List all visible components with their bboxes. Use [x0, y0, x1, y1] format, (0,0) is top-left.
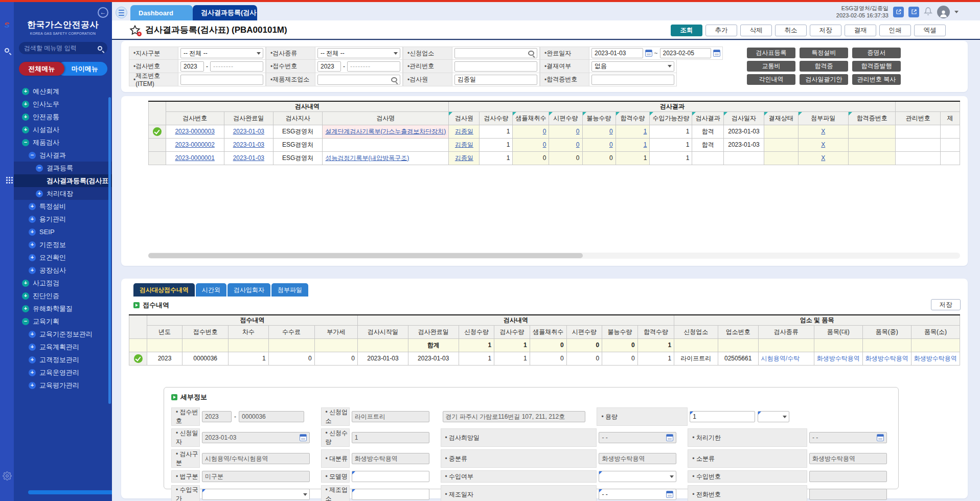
chevron-down-icon[interactable] [954, 11, 959, 13]
calendar-icon[interactable] [666, 434, 673, 441]
text-input[interactable]: 화생방수탁용역 [352, 453, 429, 464]
cell-검사완료일[interactable]: 2023-01-03 [224, 125, 273, 138]
plus-icon[interactable]: + [22, 280, 29, 287]
cell-검사원[interactable]: 김종일 [449, 125, 480, 138]
plus-icon[interactable]: + [29, 356, 36, 363]
text-input[interactable] [809, 471, 887, 482]
search-icon[interactable] [0, 48, 14, 53]
cell-불능수량[interactable]: 0 [582, 138, 616, 151]
sidebar-collapse-icon[interactable]: ← [98, 7, 108, 18]
column-header-샘플채취수[interactable]: 샘플채취수 [513, 111, 549, 125]
hamburger-menu-icon[interactable] [116, 7, 127, 18]
sidebar-item[interactable]: +교육계획관리 [14, 340, 112, 353]
column-header-년도[interactable]: 년도 [147, 325, 183, 338]
column-header-신청수량[interactable]: 신청수량 [459, 325, 494, 338]
row-selector[interactable] [129, 352, 147, 365]
search-icon[interactable] [528, 51, 534, 56]
filter-input[interactable] [454, 61, 537, 72]
sidebar-item[interactable]: −결과등록 [14, 162, 112, 174]
filter-input[interactable] [317, 75, 400, 85]
cell-link[interactable]: 0 [576, 141, 580, 148]
sidebar-horizontal-scrollbar[interactable] [28, 490, 112, 494]
date-input[interactable]: - - [809, 432, 887, 443]
menu-search-input[interactable]: 검색할 메뉴명 입력 [19, 42, 107, 54]
calendar-icon[interactable] [300, 434, 307, 441]
calendar-icon[interactable] [666, 491, 673, 498]
sidebar-item[interactable]: +안전공통 [14, 110, 112, 123]
sidebar-item[interactable]: +처리대장 [14, 187, 112, 200]
action-button-각인내역[interactable]: 각인내역 [747, 74, 795, 85]
cell-link[interactable]: 1 [644, 128, 647, 135]
cell-검사원[interactable]: 김종일 [449, 151, 480, 165]
number-input[interactable]: -------- [347, 61, 400, 72]
plus-icon[interactable]: + [29, 203, 36, 210]
sidebar-item[interactable]: +유해화학물질 [14, 302, 112, 315]
column-header-업소번호[interactable]: 업소번호 [718, 325, 758, 338]
plus-icon[interactable]: + [29, 344, 36, 351]
sidebar-item[interactable]: +인사노무 [14, 98, 112, 110]
sidebar-item[interactable]: −교육기획 [14, 315, 112, 328]
cell-시편수량[interactable]: 0 [549, 125, 582, 138]
row-selector[interactable] [149, 151, 166, 165]
column-header-검사명[interactable]: 검사명 [323, 111, 449, 125]
detail-tab-검사대상접수내역[interactable]: 검사대상접수내역 [133, 283, 195, 297]
cell-link[interactable]: X [821, 128, 825, 135]
action-button-합격증[interactable]: 합격증 [800, 61, 848, 72]
cell-link[interactable]: 2023-01-03 [233, 154, 264, 162]
plus-icon[interactable]: + [22, 113, 29, 121]
cell-link[interactable]: X [821, 141, 825, 148]
cell-link[interactable]: X [821, 154, 825, 162]
action-button-검사일괄기안[interactable]: 검사일괄기안 [800, 74, 848, 85]
calendar-icon[interactable] [877, 434, 884, 441]
text-input[interactable] [809, 489, 887, 500]
cell-link[interactable]: 0 [609, 141, 613, 148]
cell-검사번호[interactable]: 2023-0000003 [166, 125, 224, 138]
column-header-수입가능잔량[interactable]: 수입가능잔량 [650, 111, 692, 125]
column-header-검사지사[interactable]: 검사지사 [274, 111, 323, 125]
column-header-제[interactable]: 제 [941, 111, 960, 125]
plus-icon[interactable]: + [29, 331, 36, 338]
column-header-수수료[interactable]: 수수료 [268, 325, 314, 338]
action-button-관리번호 복사[interactable]: 관리번호 복사 [852, 74, 901, 85]
sidebar-item[interactable]: 검사결과등록(검사표) [14, 174, 112, 187]
cell-link[interactable]: 0 [543, 141, 546, 148]
cell-link[interactable]: 2023-0000001 [175, 154, 214, 162]
column-header-검사번호[interactable]: 검사번호 [166, 111, 224, 125]
column-header-합격수량[interactable]: 합격수량 [616, 111, 650, 125]
sidebar-item[interactable]: +기준정보 [14, 238, 112, 251]
text-input[interactable]: 시험용역/수탁시험용역 [202, 453, 309, 464]
column-header-품목(소)[interactable]: 품목(소) [911, 325, 960, 338]
number-input[interactable]: -------- [210, 61, 263, 72]
filter-input[interactable] [180, 75, 263, 85]
column-header-검사원[interactable]: 검사원 [449, 111, 480, 125]
tab-inspection-result[interactable]: 검사결과등록(검사 ✕ [193, 5, 257, 20]
form-select[interactable] [202, 489, 309, 500]
bell-icon[interactable] [924, 7, 932, 17]
action-button-특정설비[interactable]: 특정설비 [800, 48, 848, 58]
sidebar-item[interactable]: +시설검사 [14, 123, 112, 136]
toolbar-button-추가[interactable]: 추가 [705, 25, 737, 36]
tab-dashboard[interactable]: Dashboard [130, 5, 193, 20]
text-input[interactable]: 미구분 [202, 471, 309, 482]
plus-icon[interactable]: + [29, 267, 36, 274]
save-button[interactable]: 저장 [931, 299, 961, 310]
column-header-검사수량[interactable]: 검사수량 [494, 325, 530, 338]
detail-tab-검사입회자[interactable]: 검사입회자 [227, 283, 270, 297]
year-input[interactable]: 2023 [202, 411, 232, 422]
calendar-icon[interactable] [645, 50, 652, 57]
action-button-합격증발행[interactable]: 합격증발행 [852, 61, 901, 72]
sidebar-item[interactable]: +예산회계 [14, 85, 112, 98]
text-input[interactable] [352, 471, 429, 482]
action-button-증명서[interactable]: 증명서 [852, 48, 901, 58]
column-header-부가세[interactable]: 부가세 [314, 325, 357, 338]
sidebar-item[interactable]: +공장심사 [14, 264, 112, 277]
text-input[interactable]: 1 [352, 432, 429, 443]
scrollbar-thumb[interactable] [148, 253, 583, 258]
cell-link[interactable]: 김종일 [455, 141, 473, 148]
plus-icon[interactable]: + [29, 369, 36, 376]
date-input[interactable]: - - [599, 432, 676, 443]
minus-icon[interactable]: − [22, 318, 29, 325]
plus-icon[interactable]: + [29, 216, 36, 223]
plus-icon[interactable]: + [29, 382, 36, 389]
cell-link[interactable]: 2023-0000003 [175, 128, 214, 135]
